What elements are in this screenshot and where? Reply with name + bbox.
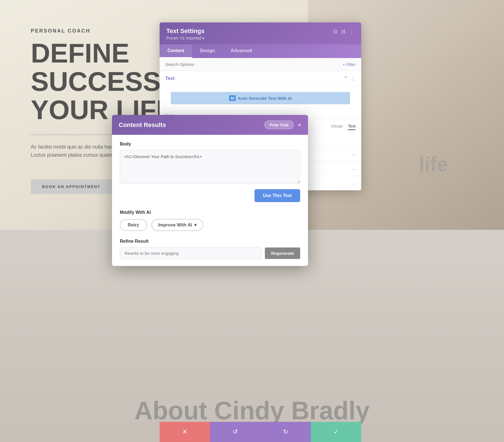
cr-title: Content Results	[119, 121, 166, 129]
use-this-text-button[interactable]: Use This Text	[255, 189, 300, 202]
about-heading: About Cindy Bradly	[0, 396, 504, 425]
ts-header-actions: ⊡ ⊟ ⋮	[333, 29, 354, 35]
ts-header-left: Text Settings Preset: H1 imported ▾	[166, 27, 205, 40]
cr-refine-label: Refine Result	[120, 239, 300, 244]
ts-section-actions: ⌃ ⋮	[344, 75, 356, 82]
ai-btn-label: Auto Generate Text With AI	[238, 96, 292, 101]
cr-header-right: Free Trial ×	[264, 121, 301, 129]
cr-header: Content Results Free Trial ×	[112, 115, 308, 135]
improve-arrow-icon: ▾	[194, 222, 197, 228]
ts-collapse-icon[interactable]: ⌃	[344, 75, 348, 82]
search-options-input[interactable]	[165, 62, 343, 67]
improve-with-ai-button[interactable]: Improve With AI ▾	[151, 219, 203, 231]
tab-design[interactable]: Design	[192, 44, 223, 58]
ts-header: Text Settings Preset: H1 imported ▾ ⊡ ⊟ …	[160, 22, 361, 44]
cr-action-buttons: Retry Improve With AI ▾	[120, 219, 300, 231]
redo-icon: ↻	[283, 428, 288, 436]
cr-refine-row: Regenerate	[120, 247, 300, 259]
bottom-action-bar: ✕ ↺ ↻ ✓	[160, 422, 361, 442]
book-appointment-button[interactable]: BOOK AN APPOINTMENT	[31, 179, 112, 194]
tab-visual[interactable]: Visual	[331, 122, 342, 130]
ts-columns-icon[interactable]: ⊟	[341, 29, 346, 35]
ts-more-icon[interactable]: ⋮	[349, 29, 354, 35]
free-trial-badge[interactable]: Free Trial	[264, 121, 294, 129]
ai-generate-container: AI Auto Generate Text With AI	[160, 86, 361, 110]
personal-coach-label: PERSONAL COACH	[31, 28, 90, 34]
cancel-button[interactable]: ✕	[160, 422, 210, 442]
expand-icon-3[interactable]: ⌄	[352, 180, 356, 186]
confirm-icon: ✓	[333, 428, 339, 436]
retry-button[interactable]: Retry	[120, 219, 147, 231]
cr-body-label: Body	[120, 142, 300, 147]
ts-section-header: Text ⌃ ⋮	[160, 71, 361, 86]
cr-body-textarea[interactable]	[120, 150, 300, 184]
cancel-icon: ✕	[182, 428, 187, 436]
ts-search-bar: + Filter	[160, 58, 361, 71]
content-results-modal: Content Results Free Trial × Body Use Th…	[112, 115, 308, 266]
ts-fullscreen-icon[interactable]: ⊡	[333, 29, 337, 35]
ts-tabs: Content Design Advanced	[160, 44, 361, 58]
confirm-button[interactable]: ✓	[311, 422, 361, 442]
cr-refine-section: Refine Result Regenerate	[120, 239, 300, 259]
cr-modify-label: Modify With AI	[120, 210, 300, 215]
undo-button[interactable]: ↺	[210, 422, 260, 442]
tab-advanced[interactable]: Advanced	[223, 44, 260, 58]
tab-text[interactable]: Text	[348, 122, 356, 130]
ts-panel-title: Text Settings	[166, 27, 205, 35]
ts-more-options-icon[interactable]: ⋮	[351, 75, 356, 82]
ts-section-title: Text	[165, 76, 175, 81]
visual-text-tabs: Visual Text	[331, 122, 356, 130]
undo-icon: ↺	[233, 428, 238, 436]
expand-icon-2[interactable]: ⌄	[352, 166, 356, 171]
redo-button[interactable]: ↻	[260, 422, 311, 442]
refine-input[interactable]	[120, 247, 262, 259]
expand-icon-1[interactable]: ⌄	[352, 151, 356, 157]
life-partial-text: life	[419, 153, 448, 176]
cr-modify-section: Modify With AI Retry Improve With AI ▾	[120, 210, 300, 231]
auto-generate-ai-button[interactable]: AI Auto Generate Text With AI	[171, 92, 350, 104]
regenerate-button[interactable]: Regenerate	[265, 247, 300, 259]
tab-content[interactable]: Content	[160, 44, 192, 58]
ai-icon: AI	[229, 95, 236, 101]
close-modal-button[interactable]: ×	[298, 122, 301, 128]
improve-label: Improve With AI	[158, 223, 192, 228]
cr-body: Body Use This Text Modify With AI Retry …	[112, 135, 308, 266]
ts-preset-label[interactable]: Preset: H1 imported ▾	[166, 36, 205, 40]
filter-button[interactable]: + Filter	[343, 62, 356, 67]
